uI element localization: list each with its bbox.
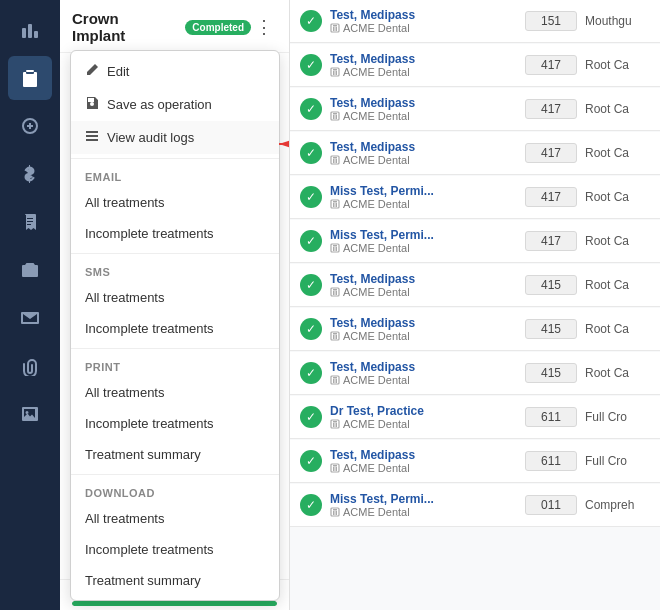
table-row[interactable]: ✓ Test, Medipass ACME Dental 417 Root Ca: [290, 132, 660, 175]
svg-rect-49: [333, 467, 335, 471]
patient-name: Miss Test, Permi...: [330, 492, 517, 506]
sidebar-icon-image[interactable]: [8, 392, 52, 436]
svg-rect-31: [333, 245, 337, 247]
svg-rect-55: [333, 509, 337, 511]
download-incomplete-treatments[interactable]: Incomplete treatments: [71, 534, 279, 565]
patient-id: 417: [525, 55, 577, 75]
print-incomplete-treatments[interactable]: Incomplete treatments: [71, 408, 279, 439]
check-icon: ✓: [300, 362, 322, 384]
patient-id: 415: [525, 275, 577, 295]
divider-4: [71, 474, 279, 475]
sms-section-label: SMS: [71, 258, 279, 282]
table-row[interactable]: ✓ Test, Medipass ACME Dental 611 Full Cr…: [290, 440, 660, 483]
email-all-treatments[interactable]: All treatments: [71, 187, 279, 218]
svg-rect-13: [333, 71, 335, 75]
table-row[interactable]: ✓ Test, Medipass ACME Dental 417 Root Ca: [290, 44, 660, 87]
patient-org: ACME Dental: [330, 66, 517, 78]
completed-badge: Completed: [185, 20, 251, 35]
print-treatment-summary-label: Treatment summary: [85, 447, 201, 462]
patient-name: Miss Test, Permi...: [330, 228, 517, 242]
sidebar-icon-chart[interactable]: [8, 8, 52, 52]
divider-2: [71, 253, 279, 254]
patient-id: 611: [525, 451, 577, 471]
treatment-type: Full Cro: [585, 454, 650, 468]
more-options-button[interactable]: ⋮: [251, 16, 277, 38]
patient-id: 417: [525, 231, 577, 251]
patient-info: Dr Test, Practice ACME Dental: [330, 404, 517, 430]
table-row[interactable]: ✓ Test, Medipass ACME Dental 417 Root Ca: [290, 88, 660, 131]
sms-incomplete-treatments-label: Incomplete treatments: [85, 321, 214, 336]
dropdown-menu: Edit Save as operation View audit lo: [70, 50, 280, 601]
sidebar-icon-dollar[interactable]: [8, 152, 52, 196]
svg-rect-39: [333, 333, 337, 335]
table-row[interactable]: ✓ Miss Test, Permi... ACME Dental 417 Ro…: [290, 176, 660, 219]
divider-3: [71, 348, 279, 349]
patient-info: Test, Medipass ACME Dental: [330, 8, 517, 34]
email-incomplete-treatments[interactable]: Incomplete treatments: [71, 218, 279, 249]
patient-id: 151: [525, 11, 577, 31]
check-icon: ✓: [300, 274, 322, 296]
treatment-type: Root Ca: [585, 278, 650, 292]
table-row[interactable]: ✓ Test, Medipass ACME Dental 415 Root Ca: [290, 352, 660, 395]
patient-org: ACME Dental: [330, 506, 517, 518]
sidebar-icon-camera[interactable]: [8, 248, 52, 292]
svg-rect-34: [336, 291, 338, 295]
svg-rect-50: [336, 467, 338, 471]
main-area: Crown Implant Completed ⋮ Edit: [60, 0, 660, 610]
patient-name: Test, Medipass: [330, 140, 517, 154]
sms-all-treatments[interactable]: All treatments: [71, 282, 279, 313]
patient-org: ACME Dental: [330, 418, 517, 430]
svg-rect-41: [333, 379, 335, 383]
sidebar-icon-receipt[interactable]: [8, 200, 52, 244]
sidebar-icon-clipboard[interactable]: [8, 56, 52, 100]
download-section-label: DOWNLOAD: [71, 479, 279, 503]
view-audit-logs-menu-item[interactable]: View audit logs: [71, 121, 279, 154]
table-row[interactable]: ✓ Dr Test, Practice ACME Dental 611 Full…: [290, 396, 660, 439]
svg-rect-15: [333, 69, 337, 71]
check-icon: ✓: [300, 406, 322, 428]
check-icon: ✓: [300, 450, 322, 472]
download-all-treatments-label: All treatments: [85, 511, 164, 526]
svg-rect-21: [333, 159, 335, 163]
svg-rect-35: [333, 289, 337, 291]
svg-rect-3: [86, 131, 98, 133]
sms-incomplete-treatments[interactable]: Incomplete treatments: [71, 313, 279, 344]
patient-info: Miss Test, Permi... ACME Dental: [330, 228, 517, 254]
patient-name: Dr Test, Practice: [330, 404, 517, 418]
table-row[interactable]: ✓ Miss Test, Permi... ACME Dental 011 Co…: [290, 484, 660, 527]
right-panel: ✓ Test, Medipass ACME Dental 151 Mouthgu…: [290, 0, 660, 610]
print-section-label: PRINT: [71, 353, 279, 377]
svg-rect-33: [333, 291, 335, 295]
check-icon: ✓: [300, 318, 322, 340]
patient-info: Test, Medipass ACME Dental: [330, 272, 517, 298]
svg-rect-18: [336, 115, 338, 119]
divider-1: [71, 158, 279, 159]
table-row[interactable]: ✓ Test, Medipass ACME Dental 415 Root Ca: [290, 308, 660, 351]
print-treatment-summary[interactable]: Treatment summary: [71, 439, 279, 470]
sidebar-icon-attachment[interactable]: [8, 344, 52, 388]
svg-rect-11: [333, 25, 337, 27]
patient-info: Test, Medipass ACME Dental: [330, 316, 517, 342]
edit-menu-item[interactable]: Edit: [71, 55, 279, 88]
svg-rect-1: [28, 24, 32, 38]
table-row[interactable]: ✓ Miss Test, Permi... ACME Dental 417 Ro…: [290, 220, 660, 263]
patient-org: ACME Dental: [330, 154, 517, 166]
svg-rect-22: [336, 159, 338, 163]
print-all-treatments[interactable]: All treatments: [71, 377, 279, 408]
sidebar-icon-medical[interactable]: [8, 104, 52, 148]
save-icon: [85, 96, 99, 113]
sidebar-icon-mail[interactable]: [8, 296, 52, 340]
download-treatment-summary[interactable]: Treatment summary: [71, 565, 279, 596]
svg-rect-43: [333, 377, 337, 379]
download-all-treatments[interactable]: All treatments: [71, 503, 279, 534]
svg-rect-54: [336, 511, 338, 515]
table-row[interactable]: ✓ Test, Medipass ACME Dental 151 Mouthgu: [290, 0, 660, 43]
patient-org: ACME Dental: [330, 110, 517, 122]
table-row[interactable]: ✓ Test, Medipass ACME Dental 415 Root Ca: [290, 264, 660, 307]
progress-bar: [72, 601, 277, 606]
left-panel: Crown Implant Completed ⋮ Edit: [60, 0, 290, 610]
view-audit-logs-label: View audit logs: [107, 130, 194, 145]
save-as-operation-menu-item[interactable]: Save as operation: [71, 88, 279, 121]
check-icon: ✓: [300, 494, 322, 516]
print-all-treatments-label: All treatments: [85, 385, 164, 400]
